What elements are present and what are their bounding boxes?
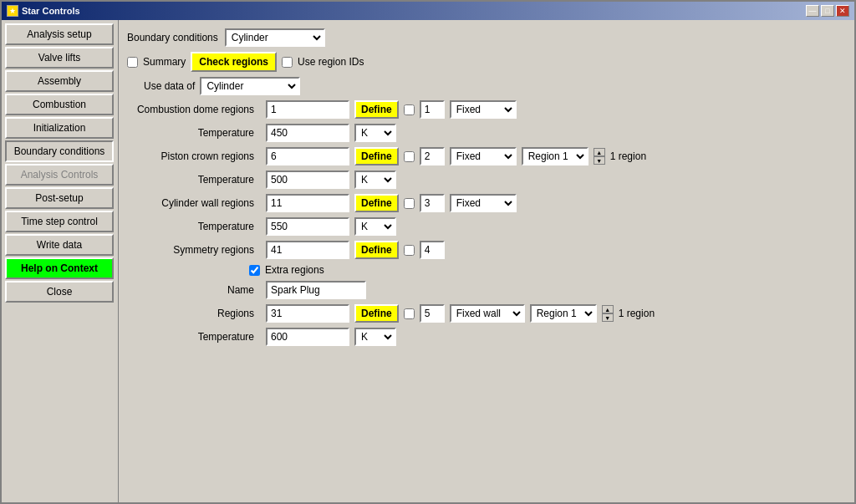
sidebar-item-initialization[interactable]: Initialization [5, 117, 114, 139]
combustion-dome-temp-label: Temperature [127, 127, 261, 139]
combustion-dome-temp-unit[interactable]: K C F [354, 124, 396, 142]
combustion-dome-value[interactable] [266, 100, 349, 119]
sidebar-item-write-data[interactable]: Write data [5, 234, 114, 256]
extra-regions-row: Extra regions [127, 264, 846, 276]
piston-crown-row: Piston crown regions Define Fixed Moving… [127, 147, 846, 165]
cylinder-wall-temp-label: Temperature [127, 221, 261, 232]
name-value[interactable] [266, 281, 366, 299]
main-panel: Boundary conditions Cylinder Summary Che… [119, 20, 854, 502]
piston-crown-number[interactable] [420, 147, 445, 165]
regions-checkbox[interactable] [404, 308, 415, 319]
summary-checkbox[interactable] [127, 57, 138, 68]
piston-crown-temp-row: Temperature K C F [127, 171, 846, 189]
regions-row: Regions Define Fixed wall Moving wall Re… [127, 304, 846, 323]
sidebar-item-post-setup[interactable]: Post-setup [5, 187, 114, 209]
piston-crown-region[interactable]: Region 1 Region 2 [522, 147, 588, 165]
regions-region[interactable]: Region 1 Region 2 [530, 304, 597, 323]
name-row: Name [127, 281, 846, 299]
combustion-dome-type[interactable]: Fixed Moving [450, 100, 517, 119]
restore-button[interactable]: □ [821, 5, 834, 17]
combustion-dome-row: Combustion dome regions Define Fixed Mov… [127, 100, 846, 119]
combustion-dome-number[interactable] [420, 100, 445, 119]
symmetry-row: Symmetry regions Define [127, 241, 846, 259]
piston-crown-region-count: 1 region [610, 150, 646, 162]
piston-crown-value[interactable] [266, 147, 349, 165]
close-window-button[interactable]: ✕ [836, 5, 849, 17]
regions-type[interactable]: Fixed wall Moving wall [450, 304, 525, 323]
sidebar-item-analysis-controls: Analysis Controls [5, 164, 114, 186]
regions-region-count: 1 region [619, 308, 655, 319]
piston-crown-spin-down[interactable]: ▼ [594, 156, 605, 165]
use-region-ids-label: Use region IDs [298, 56, 364, 68]
name-label: Name [127, 284, 261, 296]
combustion-dome-temp-value[interactable] [266, 124, 349, 142]
symmetry-number[interactable] [420, 241, 445, 259]
main-window: ★ Star Controls — □ ✕ Analysis setup Val… [0, 0, 856, 504]
regions-define-button[interactable]: Define [354, 304, 399, 323]
use-data-label: Use data of [144, 80, 195, 92]
symmetry-value[interactable] [266, 241, 349, 259]
cylinder-wall-number[interactable] [420, 194, 445, 212]
cylinder-dropdown[interactable]: Cylinder [225, 28, 325, 47]
sidebar: Analysis setup Valve lifts Assembly Comb… [2, 20, 119, 502]
piston-crown-spinner[interactable]: ▲ ▼ [594, 148, 605, 165]
cylinder-wall-label: Cylinder wall regions [127, 197, 261, 209]
symmetry-define-button[interactable]: Define [354, 241, 399, 259]
extra-regions-label: Extra regions [265, 264, 324, 276]
piston-crown-temp-unit[interactable]: K C F [354, 171, 396, 189]
symmetry-checkbox[interactable] [404, 245, 415, 256]
window-title: Star Controls [22, 6, 80, 16]
summary-row: Summary Check regions Use region IDs [127, 52, 846, 72]
regions-temp-value[interactable] [266, 328, 349, 346]
regions-label: Regions [127, 308, 261, 319]
piston-crown-define-button[interactable]: Define [354, 147, 399, 165]
combustion-dome-temp-row: Temperature K C F [127, 124, 846, 142]
regions-value[interactable] [266, 304, 349, 323]
title-bar: ★ Star Controls — □ ✕ [2, 2, 854, 20]
piston-crown-checkbox[interactable] [404, 151, 415, 162]
symmetry-label: Symmetry regions [127, 244, 261, 256]
sidebar-item-close[interactable]: Close [5, 281, 114, 303]
use-data-row: Use data of Cylinder [144, 77, 846, 95]
sidebar-item-valve-lifts[interactable]: Valve lifts [5, 47, 114, 69]
check-regions-button[interactable]: Check regions [191, 52, 277, 72]
cylinder-wall-temp-row: Temperature K C F [127, 217, 846, 236]
combustion-dome-checkbox[interactable] [404, 104, 415, 115]
sidebar-item-combustion[interactable]: Combustion [5, 94, 114, 115]
piston-crown-type[interactable]: Fixed Moving [450, 147, 517, 165]
sidebar-item-boundary-conditions[interactable]: Boundary conditions [5, 140, 114, 162]
boundary-conditions-row: Boundary conditions Cylinder [127, 28, 846, 47]
regions-temp-row: Temperature K C F [127, 328, 846, 346]
regions-temp-label: Temperature [127, 331, 261, 343]
piston-crown-label: Piston crown regions [127, 150, 261, 162]
content-area: Analysis setup Valve lifts Assembly Comb… [2, 20, 854, 502]
cylinder-wall-row: Cylinder wall regions Define Fixed Movin… [127, 194, 846, 212]
regions-spin-up[interactable]: ▲ [602, 305, 614, 313]
cylinder-wall-temp-value[interactable] [266, 217, 349, 236]
summary-label: Summary [143, 56, 186, 68]
combustion-dome-define-button[interactable]: Define [354, 100, 399, 119]
cylinder-wall-type[interactable]: Fixed Moving [450, 194, 517, 212]
sidebar-item-analysis-setup[interactable]: Analysis setup [5, 23, 114, 45]
regions-number[interactable] [420, 304, 445, 323]
use-region-ids-checkbox[interactable] [282, 57, 293, 68]
cylinder-wall-define-button[interactable]: Define [354, 194, 399, 212]
use-data-dropdown[interactable]: Cylinder [200, 77, 300, 95]
sidebar-item-time-step-control[interactable]: Time step control [5, 211, 114, 232]
cylinder-wall-value[interactable] [266, 194, 349, 212]
boundary-conditions-label: Boundary conditions [127, 32, 218, 43]
cylinder-wall-checkbox[interactable] [404, 198, 415, 209]
cylinder-wall-temp-unit[interactable]: K C F [354, 217, 396, 236]
regions-spinner[interactable]: ▲ ▼ [602, 305, 614, 322]
window-icon: ★ [7, 5, 18, 17]
minimize-button[interactable]: — [806, 5, 819, 17]
regions-spin-down[interactable]: ▼ [602, 313, 614, 322]
regions-temp-unit[interactable]: K C F [354, 328, 396, 346]
sidebar-item-assembly[interactable]: Assembly [5, 70, 114, 92]
extra-regions-checkbox[interactable] [249, 265, 260, 276]
combustion-dome-label: Combustion dome regions [127, 104, 261, 115]
piston-crown-temp-value[interactable] [266, 171, 349, 189]
piston-crown-spin-up[interactable]: ▲ [594, 148, 605, 156]
piston-crown-temp-label: Temperature [127, 174, 261, 186]
sidebar-item-help-on-context[interactable]: Help on Context [5, 257, 114, 279]
